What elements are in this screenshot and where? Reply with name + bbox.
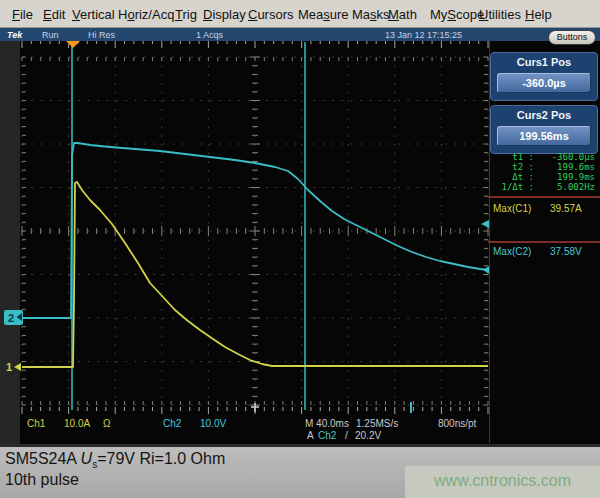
- menu-trig[interactable]: Trig: [175, 7, 197, 22]
- trigger-source: Ch2: [318, 430, 336, 441]
- device-model: SM5S24A: [5, 450, 81, 467]
- measurement-max-c2: Max(C2) 37.58V: [488, 246, 600, 258]
- menu-file[interactable]: File: [12, 7, 33, 22]
- max-c2-label: Max(C2): [493, 246, 531, 258]
- menu-help[interactable]: Help: [525, 7, 552, 22]
- trigger-mode: A: [307, 430, 314, 441]
- curs1-pos-title: Curs1 Pos: [491, 56, 597, 68]
- title-bar: Tek Run Hi Res 1 Acqs 13 Jan 12 17:15:25: [0, 28, 600, 41]
- acquisition-mode: Hi Res: [88, 30, 115, 40]
- max-c1-value: 39.57A: [550, 203, 582, 215]
- curs2-pos-value[interactable]: 199.56ms: [497, 126, 591, 146]
- menu-horizacq[interactable]: Horiz/Acq: [118, 7, 174, 22]
- buttons-button[interactable]: Buttons: [548, 30, 596, 45]
- curs1-pos-panel: Curs1 Pos -360.0µs: [490, 52, 598, 101]
- curs2-pos-title: Curs2 Pos: [491, 109, 597, 121]
- menu-utilities[interactable]: Utilities: [479, 7, 521, 22]
- run-status: Run: [42, 30, 59, 40]
- device-description: SM5S24A Us=79V Ri=1.0 Ohm: [5, 450, 225, 470]
- ch1-scale[interactable]: 10.0A: [64, 418, 90, 429]
- acquisition-count: 1 Acqs: [196, 30, 223, 40]
- menu-myscope[interactable]: MyScope: [430, 7, 484, 22]
- datetime: 13 Jan 12 17:15:25: [385, 30, 462, 40]
- max-c2-value: 37.58V: [550, 246, 582, 258]
- watermark: www.cntronics.com: [405, 466, 600, 498]
- menu-cursors[interactable]: Cursors: [248, 7, 294, 22]
- cursor-readout-row: t1 :-360.0µs: [488, 152, 598, 162]
- voltage-symbol: U: [81, 450, 93, 467]
- pulse-label: 10th pulse: [5, 471, 79, 489]
- trigger-slope-icon: /: [345, 430, 348, 441]
- menu-vertical[interactable]: Vertical: [72, 7, 115, 22]
- menu-display[interactable]: Display: [203, 7, 246, 22]
- menu-edit[interactable]: Edit: [43, 7, 65, 22]
- menu-math[interactable]: Math: [388, 7, 417, 22]
- menu-measure[interactable]: Measure: [298, 7, 349, 22]
- cursor-readout-row: 1/Δt :5.002Hz: [488, 182, 598, 192]
- ch2-scale[interactable]: 10.0V: [200, 418, 226, 429]
- ch1-label: Ch1: [27, 418, 45, 429]
- tek-logo: Tek: [7, 30, 22, 40]
- cursor-readouts: t1 :-360.0µst2 :199.6msΔt :199.9ms1/Δt :…: [488, 152, 598, 192]
- trigger-level: 20.2V: [355, 430, 381, 441]
- resolution-readout: 800ns/pt: [438, 418, 476, 429]
- sample-rate-readout: 1.25MS/s: [356, 418, 398, 429]
- caption-area: SM5S24A Us=79V Ri=1.0 Ohm 10th pulse www…: [0, 447, 600, 498]
- divider: [488, 196, 600, 198]
- menu-bar: FileEditVerticalHoriz/AcqTrigDisplayCurs…: [0, 0, 600, 28]
- cursor-readout-row: Δt :199.9ms: [488, 172, 598, 182]
- cursor-readout-row: t2 :199.6ms: [488, 162, 598, 172]
- left-frame-strip: [0, 41, 20, 444]
- menu-masks[interactable]: Masks: [352, 7, 390, 22]
- ch2-label: Ch2: [163, 418, 181, 429]
- test-conditions: =79V Ri=1.0 Ohm: [97, 450, 225, 467]
- measurement-max-c1: Max(C1) 39.57A: [488, 203, 600, 215]
- max-c1-label: Max(C1): [493, 203, 531, 215]
- timebase-readout: M 40.0ms: [305, 418, 349, 429]
- divider: [488, 241, 600, 243]
- curs1-pos-value[interactable]: -360.0µs: [497, 73, 591, 93]
- curs2-pos-panel: Curs2 Pos 199.56ms: [490, 105, 598, 154]
- ch1-coupling: Ω: [103, 418, 110, 429]
- oscilloscope-screenshot: FileEditVerticalHoriz/AcqTrigDisplayCurs…: [0, 0, 600, 498]
